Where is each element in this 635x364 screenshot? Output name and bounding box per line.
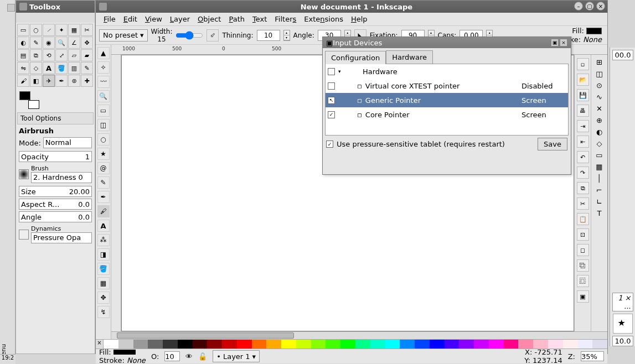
angle-value[interactable]: 0.0 (78, 213, 90, 221)
swatch[interactable] (415, 340, 430, 349)
snap-object-icon[interactable]: ◇ (597, 139, 602, 148)
swatch[interactable] (311, 340, 326, 349)
palette-none-icon[interactable]: × (96, 340, 104, 349)
swatch[interactable] (237, 340, 252, 349)
tool-rotate[interactable]: ⟲ (43, 49, 55, 61)
tree-expand-checkbox[interactable] (328, 68, 335, 75)
layer-visible-icon[interactable]: 👁 (185, 352, 193, 361)
device-row-selected[interactable]: ↖ ▫ Generic Pointer Screen (326, 93, 568, 107)
size-value[interactable]: 20.00 (69, 188, 90, 196)
tool-ellipse[interactable]: ○ (97, 133, 110, 145)
cmd-print-icon[interactable]: 🖶 (577, 105, 589, 117)
cmd-new-icon[interactable]: ▫ (577, 58, 589, 70)
swatch[interactable] (592, 340, 607, 349)
layer-dropdown[interactable]: •Layer 1 ▾ (213, 350, 260, 362)
menu-edit[interactable]: Edit (120, 14, 141, 24)
cmd-undo-icon[interactable]: ↶ (577, 151, 589, 163)
swatch[interactable] (133, 340, 148, 349)
opacity-value[interactable]: 1 (85, 153, 90, 161)
swatch[interactable] (104, 340, 118, 349)
dialog-detach-icon[interactable]: ▣ (551, 39, 559, 46)
tool-eraser[interactable]: ◧ (30, 75, 42, 87)
cmd-export-icon[interactable]: ⇤ (577, 136, 589, 148)
swatch[interactable] (459, 340, 474, 349)
tool-rect-select[interactable]: ▭ (17, 24, 29, 36)
snap-grid-icon[interactable]: ▦ (596, 163, 602, 171)
tool-crop[interactable]: ⧉ (30, 49, 42, 61)
pressure-checkbox[interactable]: ✓ (326, 141, 333, 148)
tool-color-select[interactable]: ▦ (68, 24, 80, 36)
menu-text[interactable]: Text (249, 14, 270, 24)
swatch[interactable] (578, 340, 593, 349)
tool-bezier[interactable]: ✒ (97, 191, 110, 203)
swatch[interactable] (355, 340, 370, 349)
tool-scissors[interactable]: ✂ (81, 24, 93, 36)
cmd-redo-icon[interactable]: ↷ (577, 167, 589, 179)
tool-ellipse-select[interactable]: ○ (30, 24, 42, 36)
tool-flip[interactable]: ⇋ (17, 62, 29, 74)
dialog-close-icon[interactable]: × (560, 39, 567, 46)
fill-swatch[interactable] (586, 28, 602, 34)
brush-preview-icon[interactable] (19, 169, 29, 179)
status-opacity-input[interactable] (164, 351, 180, 361)
cmd-duplicate-icon[interactable]: ⿻ (577, 259, 589, 272)
tool-eraser[interactable]: ◨ (97, 248, 110, 261)
swatch[interactable] (163, 340, 178, 349)
tool-free-select[interactable]: ⟋ (43, 24, 55, 36)
minimize-button[interactable]: – (574, 2, 583, 11)
tool-align[interactable]: ▤ (17, 49, 29, 61)
navigator-preview[interactable]: ★ (613, 314, 633, 334)
tool-selector[interactable]: ▲ (97, 47, 110, 59)
snap-midpoint-icon[interactable]: ◐ (596, 128, 602, 136)
swatch[interactable] (281, 340, 296, 349)
pressure-toggle-icon[interactable]: ⬃ (206, 29, 219, 41)
menu-help[interactable]: Help (348, 14, 371, 24)
tool-zoom[interactable]: 🔍 (55, 37, 68, 49)
preset-dropdown[interactable]: No preset▾ (99, 29, 148, 41)
swatch[interactable] (296, 340, 311, 349)
right-dock-value-top[interactable]: 00.0 (612, 50, 633, 60)
save-button[interactable]: Save (538, 138, 567, 150)
dynamics-select[interactable]: Pressure Opa (31, 232, 92, 243)
cmd-import-icon[interactable]: ⇥ (577, 120, 589, 132)
swatch[interactable] (252, 340, 267, 349)
snap-path-icon[interactable]: ∿ (596, 93, 602, 101)
swatch[interactable] (207, 340, 222, 349)
taskbar-icon[interactable] (7, 4, 15, 12)
tool-paths[interactable]: ✎ (30, 37, 42, 49)
tool-ink[interactable]: ✒ (55, 75, 68, 87)
tool-star[interactable]: ★ (97, 148, 110, 160)
tool-scale[interactable]: ⤢ (55, 49, 68, 61)
cmd-open-icon[interactable]: 📂 (577, 74, 589, 86)
brush-select[interactable]: 2. Hardness 0 (31, 172, 92, 183)
tool-color-picker[interactable]: ◉ (43, 37, 55, 49)
tool-zoom[interactable]: 🔍 (97, 90, 110, 102)
tool-bucket[interactable]: 🪣 (97, 263, 110, 275)
tool-spiral[interactable]: @ (97, 162, 110, 174)
device-mode[interactable]: Screen (522, 111, 566, 119)
snap-intersect-icon[interactable]: ✕ (596, 105, 602, 113)
status-zoom-input[interactable] (581, 351, 604, 361)
swatch[interactable] (474, 340, 489, 349)
swatch[interactable] (504, 340, 519, 349)
swatch[interactable] (326, 340, 340, 349)
device-checkbox[interactable]: ✓ (328, 111, 335, 118)
device-mode[interactable]: Disabled (522, 82, 566, 90)
swatch[interactable] (266, 340, 281, 349)
tool-calligraphy[interactable]: 🖋 (97, 205, 110, 217)
swatch[interactable] (178, 340, 193, 349)
layer-lock-icon[interactable]: 🔓 (198, 352, 207, 361)
menu-path[interactable]: Path (225, 14, 248, 24)
tool-options-header[interactable]: Tool Options (17, 112, 94, 124)
aspect-value[interactable]: 0.0 (78, 200, 90, 209)
close-button[interactable]: × (596, 2, 605, 11)
canvas-hscrollbar[interactable] (111, 331, 607, 339)
device-checkbox[interactable]: ↖ (328, 97, 335, 104)
menu-object[interactable]: Object (194, 14, 224, 24)
dynamics-icon[interactable] (19, 230, 29, 240)
tool-shear[interactable]: ▱ (68, 49, 80, 61)
tool-foreground[interactable]: ◐ (17, 37, 29, 49)
swatch[interactable] (148, 340, 163, 349)
cmd-clone-icon[interactable]: ⿴ (577, 275, 589, 287)
mode-select[interactable]: Normal (43, 137, 92, 148)
